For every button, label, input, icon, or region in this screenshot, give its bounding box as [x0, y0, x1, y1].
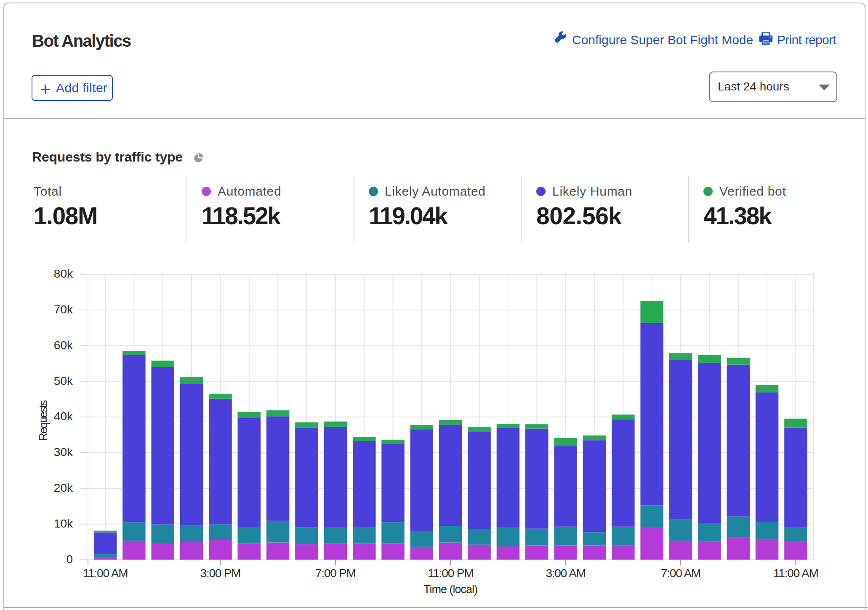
svg-text:11:00 PM: 11:00 PM	[428, 567, 473, 580]
svg-text:11:00 AM: 11:00 AM	[83, 567, 128, 580]
svg-text:7:00 AM: 7:00 AM	[661, 567, 700, 580]
svg-text:30k: 30k	[54, 446, 73, 459]
svg-text:60k: 60k	[54, 339, 73, 352]
svg-text:7:00 PM: 7:00 PM	[315, 567, 356, 580]
svg-text:Requests: Requests	[37, 400, 50, 441]
svg-text:20k: 20k	[54, 481, 73, 494]
svg-text:10k: 10k	[54, 517, 73, 530]
svg-text:80k: 80k	[54, 267, 73, 280]
svg-text:Time (local): Time (local)	[423, 583, 477, 596]
svg-text:11:00 AM: 11:00 AM	[773, 567, 818, 580]
svg-text:3:00 AM: 3:00 AM	[546, 567, 585, 580]
svg-text:40k: 40k	[54, 410, 73, 423]
svg-text:70k: 70k	[54, 303, 73, 316]
svg-text:3:00 PM: 3:00 PM	[200, 567, 241, 580]
svg-text:0: 0	[66, 553, 73, 566]
svg-text:50k: 50k	[54, 374, 73, 387]
